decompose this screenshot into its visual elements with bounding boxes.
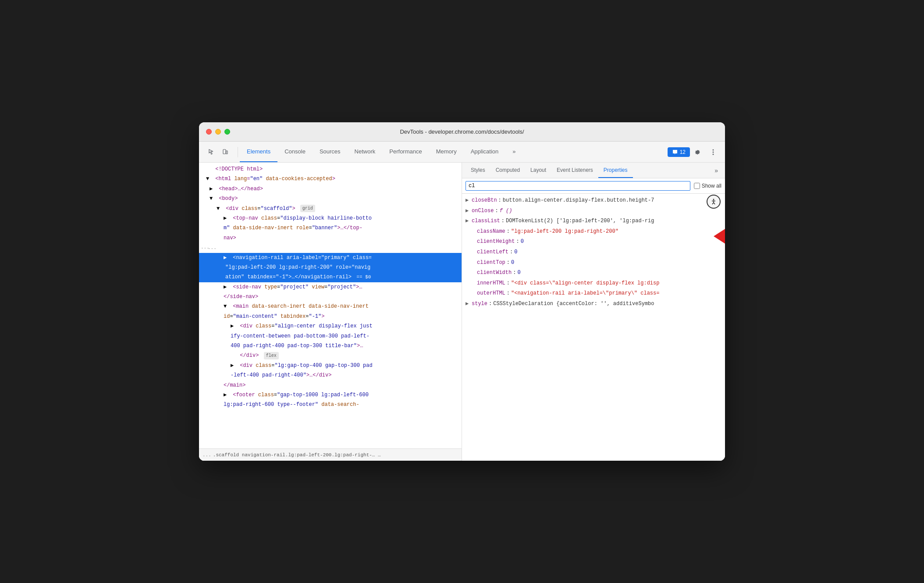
prop-row-outerhtml[interactable]: outerHTML : "<navigation-rail aria-label… bbox=[462, 288, 725, 299]
badge-flex: flex bbox=[264, 352, 279, 359]
prop-key-onclose: onClose bbox=[472, 206, 494, 216]
prop-key-style: style bbox=[472, 299, 487, 309]
expand-arrow-nav-rail: ▶ bbox=[224, 253, 229, 262]
tab-memory[interactable]: Memory bbox=[429, 142, 464, 162]
prop-row-classlist[interactable]: ▶ classList : DOMTokenList(2) ['lg:pad-l… bbox=[462, 216, 725, 227]
prop-row-classname[interactable]: className : "lg:pad-left-200 lg:pad-righ… bbox=[462, 227, 725, 237]
prop-value-clientleft: 0 bbox=[514, 248, 517, 257]
feedback-count: 12 bbox=[680, 149, 686, 155]
prop-key-clientheight: clientHeight bbox=[477, 237, 515, 247]
dom-line-inner-div[interactable]: ▶ <div class="lg:gap-top-400 gap-top-300… bbox=[199, 361, 462, 370]
dom-line-nav-rail-3[interactable]: ation" tabindex="-1">…</navigation-rail>… bbox=[199, 272, 462, 282]
prop-row-onclose[interactable]: ▶ onClose : f () bbox=[462, 206, 725, 217]
tab-properties[interactable]: Properties bbox=[598, 163, 633, 178]
accessibility-button[interactable] bbox=[707, 195, 721, 209]
dom-line-nav-rail[interactable]: ▶ <navigation-rail aria-label="primary" … bbox=[199, 253, 462, 263]
prop-row-clientheight[interactable]: clientHeight : 0 bbox=[462, 237, 725, 247]
panel-tab-more[interactable]: » bbox=[711, 167, 721, 174]
prop-value-classlist: DOMTokenList(2) ['lg:pad-left-200', 'lg:… bbox=[506, 217, 654, 226]
devtools-container: Elements Console Sources Network Perform… bbox=[199, 142, 725, 461]
dom-line-title-bar-div-3: 400 pad-right-400 pad-top-300 title-bar"… bbox=[199, 341, 462, 351]
prop-value-clientwidth: 0 bbox=[517, 268, 520, 278]
tab-styles[interactable]: Styles bbox=[466, 163, 490, 178]
expand-arrow-main: ▼ bbox=[224, 302, 229, 311]
prop-row-clientwidth[interactable]: clientWidth : 0 bbox=[462, 268, 725, 278]
prop-value-outerhtml: "<navigation-rail aria-label=\"primary\"… bbox=[511, 289, 659, 299]
toolbar-divider bbox=[238, 147, 238, 157]
close-button[interactable] bbox=[206, 129, 212, 135]
prop-expand-closebtn: ▶ bbox=[466, 196, 471, 206]
svg-point-3 bbox=[713, 151, 714, 153]
prop-key-classlist: classList bbox=[472, 217, 500, 226]
prop-row-closebtn[interactable]: ▶ closeBtn : button.align-center.display… bbox=[462, 196, 725, 206]
prop-expand-onclose: ▶ bbox=[466, 206, 471, 216]
tab-elements[interactable]: Elements bbox=[240, 142, 277, 162]
svg-line-9 bbox=[714, 203, 715, 204]
show-all-text: Show all bbox=[702, 183, 721, 189]
dom-line-scaffold[interactable]: ▼ <div class="scaffold"> grid bbox=[199, 204, 462, 213]
breadcrumb-path: .scaffold navigation-rail.lg:pad-left-20… bbox=[213, 452, 381, 458]
more-options-button[interactable] bbox=[707, 146, 720, 159]
traffic-lights bbox=[206, 129, 230, 135]
dom-line-title-bar-div[interactable]: ▶ <div class="align-center display-flex … bbox=[199, 321, 462, 331]
breadcrumb-dots: ... bbox=[203, 452, 211, 458]
tab-event-listeners[interactable]: Event Listeners bbox=[551, 163, 598, 178]
attr-cookies-name: data-cookies-accepted bbox=[266, 176, 332, 182]
dom-line-footer-2: lg:pad-right-600 type--footer" data-sear… bbox=[199, 400, 462, 409]
dom-line-side-nav-2: </side-nav> bbox=[199, 292, 462, 302]
dom-line-side-nav[interactable]: ▶ <side-nav type="project" view="project… bbox=[199, 282, 462, 292]
properties-list: ▶ closeBtn : button.align-center.display… bbox=[462, 194, 725, 461]
tag-html-name: html bbox=[218, 176, 231, 182]
prop-expand-classlist: ▶ bbox=[466, 217, 471, 226]
inspect-element-button[interactable] bbox=[204, 145, 218, 159]
dom-line-body[interactable]: ▼ <body> bbox=[199, 194, 462, 203]
expand-arrow-side-nav: ▶ bbox=[224, 283, 229, 292]
tab-console[interactable]: Console bbox=[277, 142, 313, 162]
dom-line-top-nav-3: nav> bbox=[199, 233, 462, 243]
main-content: <!DOCTYPE html> ▼ <html lang="en" data-c… bbox=[199, 163, 725, 461]
tab-more[interactable]: » bbox=[505, 142, 522, 162]
dom-line-main[interactable]: ▼ <main data-search-inert data-side-nav-… bbox=[199, 302, 462, 311]
minimize-button[interactable] bbox=[215, 129, 221, 135]
dom-tree: <!DOCTYPE html> ▼ <html lang="en" data-c… bbox=[199, 163, 462, 448]
dom-line-top-nav[interactable]: ▶ <top-nav class="display-block hairline… bbox=[199, 213, 462, 223]
tab-network[interactable]: Network bbox=[348, 142, 383, 162]
dom-line-html[interactable]: ▼ <html lang="en" data-cookies-accepted> bbox=[199, 174, 462, 184]
tab-application[interactable]: Application bbox=[464, 142, 506, 162]
breadcrumb: ... .scaffold navigation-rail.lg:pad-lef… bbox=[199, 448, 462, 461]
dom-line-head[interactable]: ▶ <head>…</head> bbox=[199, 184, 462, 194]
dom-line-close-div[interactable]: </div> flex bbox=[199, 351, 462, 360]
maximize-button[interactable] bbox=[224, 129, 230, 135]
prop-value-closebtn: button.align-center.display-flex.button.… bbox=[503, 196, 654, 206]
attr-lang-value: "en" bbox=[250, 176, 263, 182]
prop-colon: : bbox=[498, 196, 501, 206]
expand-arrow-footer: ▶ bbox=[224, 391, 229, 399]
dom-line-ellipsis[interactable]: ... ... bbox=[199, 243, 462, 252]
tab-computed[interactable]: Computed bbox=[490, 163, 525, 178]
settings-button[interactable] bbox=[692, 146, 705, 159]
show-all-checkbox[interactable] bbox=[694, 183, 700, 189]
badge-grid: grid bbox=[300, 205, 315, 212]
tab-sources[interactable]: Sources bbox=[313, 142, 348, 162]
dom-line-doctype[interactable]: <!DOCTYPE html> bbox=[199, 164, 462, 174]
svg-point-2 bbox=[713, 149, 714, 150]
tab-performance[interactable]: Performance bbox=[382, 142, 429, 162]
feedback-button[interactable]: 12 bbox=[668, 147, 690, 157]
dom-line-footer[interactable]: ▶ <footer class="gap-top-1000 lg:pad-lef… bbox=[199, 390, 462, 400]
attr-lang-name: lang bbox=[234, 176, 247, 182]
prop-row-style[interactable]: ▶ style : CSSStyleDeclaration {accentCol… bbox=[462, 299, 725, 309]
device-toolbar-button[interactable] bbox=[218, 145, 232, 159]
prop-expand-style: ▶ bbox=[466, 299, 471, 309]
svg-rect-1 bbox=[226, 151, 227, 154]
prop-row-clientleft[interactable]: clientLeft : 0 bbox=[462, 247, 725, 258]
expand-arrow-scaffold: ▼ bbox=[217, 204, 222, 213]
prop-row-clienttop[interactable]: clientTop : 0 bbox=[462, 258, 725, 268]
properties-search-input[interactable] bbox=[466, 181, 690, 191]
dom-line-nav-rail-2[interactable]: "lg:pad-left-200 lg:pad-right-200" role=… bbox=[199, 263, 462, 272]
prop-row-innerhtml[interactable]: innerHTML : "<div class=\"align-center d… bbox=[462, 278, 725, 289]
prop-value-style: CSSStyleDeclaration {accentColor: '', ad… bbox=[493, 299, 654, 309]
tab-layout[interactable]: Layout bbox=[525, 163, 551, 178]
dom-line-top-nav-2: m" data-side-nav-inert role="banner">…</… bbox=[199, 223, 462, 233]
prop-key-clientwidth: clientWidth bbox=[477, 268, 512, 278]
panel-tabs: Styles Computed Layout Event Listeners P… bbox=[462, 163, 725, 178]
